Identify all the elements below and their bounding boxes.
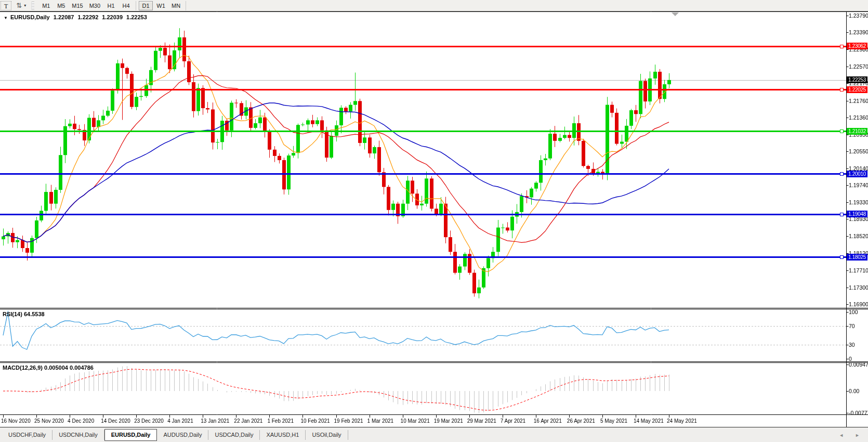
date-axis-label: 14 May 2021 bbox=[634, 418, 664, 424]
date-axis-label: 19 Mar 2021 bbox=[434, 418, 463, 424]
chart-tabs-bar: USDCHF,DailyUSDCNH,DailyEURUSD,DailyAUDU… bbox=[0, 427, 868, 442]
price-axis-label: 1.17300 bbox=[849, 284, 868, 291]
price-line-label: 1.19048 bbox=[847, 211, 867, 217]
chart-tab-EURUSD[interactable]: EURUSD,Daily bbox=[104, 429, 157, 441]
ohlc-high: 1.22292 bbox=[77, 14, 98, 20]
rsi-axis-label: 70 bbox=[849, 323, 855, 329]
price-axis-label: 1.21760 bbox=[849, 98, 868, 104]
chart-tabs: USDCHF,DailyUSDCNH,DailyEURUSD,DailyAUDU… bbox=[2, 429, 348, 441]
timeframe-button-H4[interactable]: H4 bbox=[119, 1, 133, 10]
date-axis-label: 13 Jan 2021 bbox=[201, 418, 229, 424]
price-line-label: 1.20010 bbox=[847, 171, 867, 177]
arrows-tool-button[interactable]: ⇅ ▾ bbox=[16, 2, 26, 9]
top-toolbar: T ⇅ ▾ M1M5M15M30H1H4D1W1MN bbox=[0, 0, 868, 11]
macd-axis-label: -0.007778 bbox=[849, 410, 868, 416]
price-axis-label: 1.19330 bbox=[849, 199, 868, 205]
price-axis-label: 1.21360 bbox=[849, 114, 868, 121]
price-line-label: 1.23062 bbox=[847, 43, 867, 49]
date-axis-label: 22 Jan 2021 bbox=[234, 418, 262, 424]
toolbar-grip-handle[interactable] bbox=[31, 2, 34, 10]
date-axis-label: 4 Dec 2020 bbox=[68, 418, 94, 424]
timeframe-button-W1[interactable]: W1 bbox=[154, 1, 168, 10]
price-chart-canvas[interactable] bbox=[0, 0, 868, 442]
chart-tab-AUDUSD[interactable]: AUDUSD,Daily bbox=[157, 430, 208, 440]
date-axis-label: 24 May 2021 bbox=[667, 418, 697, 424]
toolbar-separator bbox=[186, 1, 186, 10]
date-axis-label: 29 Mar 2021 bbox=[467, 418, 496, 424]
price-axis-label: 1.19740 bbox=[849, 182, 868, 188]
collapse-arrow-icon[interactable]: ▼ bbox=[4, 16, 8, 20]
current-price-label: 1.22253 bbox=[847, 76, 867, 83]
date-axis-label: 14 Dec 2020 bbox=[101, 418, 130, 424]
date-axis-label: 16 Nov 2020 bbox=[1, 418, 31, 424]
symbol-label: EURUSD,Daily bbox=[10, 14, 50, 20]
price-axis-label: 1.20550 bbox=[849, 148, 868, 154]
timeframe-button-M30[interactable]: M30 bbox=[87, 1, 103, 10]
date-axis-label: 10 Mar 2021 bbox=[401, 418, 430, 424]
date-axis-label: 19 Feb 2021 bbox=[334, 418, 363, 424]
price-axis-label: 1.17710 bbox=[849, 267, 868, 274]
date-axis-label: 16 Apr 2021 bbox=[534, 418, 562, 424]
timeframe-button-M5[interactable]: M5 bbox=[54, 1, 68, 10]
date-axis-label: 7 Apr 2021 bbox=[501, 418, 525, 424]
macd-axis-label: 0.009478 bbox=[849, 361, 868, 368]
price-line-label: 1.22025 bbox=[847, 86, 867, 93]
timeframe-button-M15[interactable]: M15 bbox=[69, 1, 85, 10]
date-axis-label: 1 Feb 2021 bbox=[267, 418, 294, 424]
chart-tab-USDCNH[interactable]: USDCNH,Daily bbox=[52, 430, 104, 440]
timeframe-button-MN[interactable]: MN bbox=[169, 1, 183, 10]
date-axis-label: 10 Feb 2021 bbox=[300, 418, 330, 424]
price-axis-label: 1.23790 bbox=[849, 12, 868, 19]
price-line-label: 1.18025 bbox=[847, 254, 867, 261]
price-axis-label: 1.18520 bbox=[849, 233, 868, 239]
tabs-scroll-right-icon[interactable]: ► bbox=[855, 433, 860, 438]
date-axis-label: 23 Dec 2020 bbox=[134, 418, 164, 424]
price-axis-label: 1.16900 bbox=[849, 301, 868, 307]
chart-title: ▼EURUSD,Daily1.220871.222921.220391.2225… bbox=[4, 14, 147, 20]
price-axis-label: 1.23390 bbox=[849, 29, 868, 35]
ohlc-low: 1.22039 bbox=[102, 14, 123, 20]
chart-tab-XAUUSD[interactable]: XAUUSD,H1 bbox=[260, 430, 306, 440]
rsi-axis-label: 30 bbox=[849, 342, 855, 348]
price-axis-label: 1.22570 bbox=[849, 63, 868, 70]
chart-tab-USOil[interactable]: USOil,Daily bbox=[306, 430, 348, 440]
date-axis-label: 26 Apr 2021 bbox=[567, 418, 595, 424]
toolbar-separator bbox=[136, 1, 136, 10]
text-tool-button[interactable]: T bbox=[1, 1, 11, 10]
date-axis-label: 5 May 2021 bbox=[600, 418, 627, 424]
timeframe-button-H1[interactable]: H1 bbox=[104, 1, 118, 10]
timeframe-button-D1[interactable]: D1 bbox=[139, 1, 153, 10]
date-axis-label: 25 Nov 2020 bbox=[34, 418, 64, 424]
price-line-label: 1.21032 bbox=[847, 128, 867, 135]
ohlc-close: 1.22253 bbox=[126, 14, 147, 20]
chart-tab-USDCAD[interactable]: USDCAD,Daily bbox=[208, 430, 260, 440]
rsi-axis-label: 100 bbox=[849, 309, 858, 315]
dropdown-caret-icon: ▾ bbox=[24, 3, 26, 8]
swap-arrows-icon: ⇅ bbox=[16, 2, 22, 9]
macd-axis-label: 0.00 bbox=[849, 388, 859, 394]
timeframe-button-M1[interactable]: M1 bbox=[39, 1, 53, 10]
timeframe-button-group: M1M5M15M30H1H4D1W1MN bbox=[38, 0, 188, 11]
date-axis-label: 4 Jan 2021 bbox=[167, 418, 193, 424]
rsi-panel-label: RSI(14) 64.5538 bbox=[3, 311, 45, 317]
chart-tab-USDCHF[interactable]: USDCHF,Daily bbox=[2, 430, 52, 440]
tabs-scroll-left-icon[interactable]: ◄ bbox=[839, 433, 844, 438]
macd-panel-label: MACD(12,26,9) 0.005004 0.004786 bbox=[3, 365, 94, 371]
tab-scroll-arrows: ◄ ► bbox=[839, 427, 860, 442]
ohlc-open: 1.22087 bbox=[54, 14, 74, 20]
date-axis-label: 1 Mar 2021 bbox=[367, 418, 394, 424]
